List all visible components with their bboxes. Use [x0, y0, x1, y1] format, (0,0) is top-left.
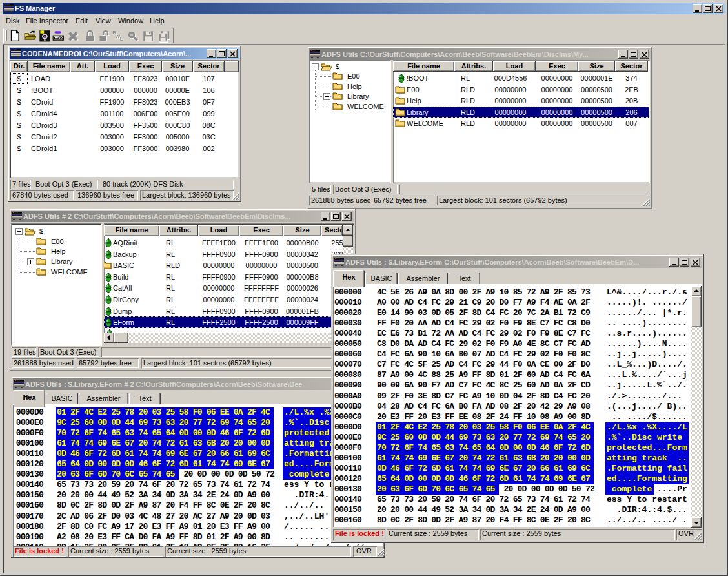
- svg-text:L: L: [120, 36, 123, 42]
